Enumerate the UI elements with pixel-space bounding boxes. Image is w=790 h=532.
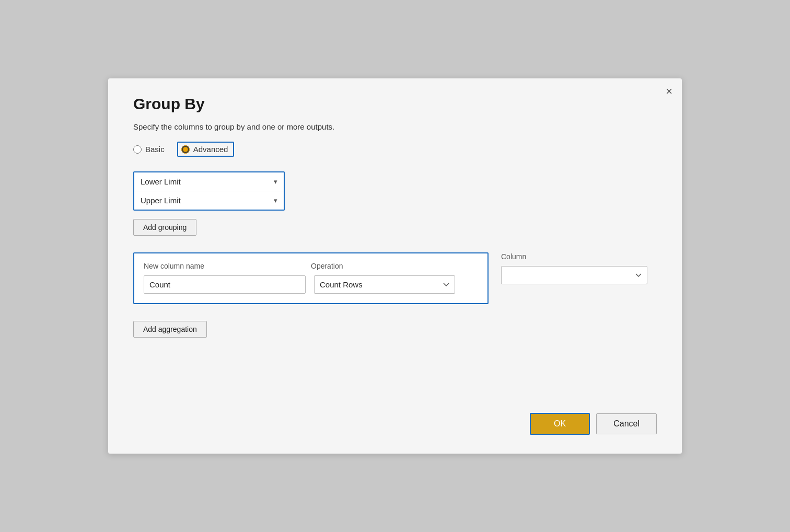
cancel-button[interactable]: Cancel [596, 413, 657, 434]
upper-limit-dropdown[interactable]: Upper Limit ▾ [134, 191, 284, 210]
column-section: Column [501, 252, 647, 284]
dialog-footer: OK Cancel [530, 413, 657, 435]
grouping-dropdowns-box: Lower Limit ▾ Upper Limit ▾ [133, 171, 285, 211]
column-select[interactable] [501, 266, 647, 284]
basic-radio[interactable] [133, 145, 142, 154]
add-grouping-button[interactable]: Add grouping [133, 219, 196, 236]
aggregation-box: New column name Operation Count Rows Sum… [133, 252, 489, 304]
aggregation-row-outer: New column name Operation Count Rows Sum… [133, 252, 657, 313]
advanced-label: Advanced [193, 145, 228, 154]
lower-limit-label: Lower Limit [141, 177, 181, 186]
dialog-description: Specify the columns to group by and one … [133, 122, 657, 131]
new-column-name-header: New column name [144, 262, 311, 270]
lower-limit-dropdown[interactable]: Lower Limit ▾ [134, 172, 284, 191]
lower-limit-arrow-icon: ▾ [274, 178, 277, 186]
close-button[interactable]: × [666, 86, 672, 97]
aggregation-headers: New column name Operation [144, 262, 478, 270]
add-aggregation-button[interactable]: Add aggregation [133, 321, 207, 338]
basic-radio-option[interactable]: Basic [133, 145, 165, 154]
operation-select[interactable]: Count Rows Sum Average Median Min Max Co… [314, 275, 455, 294]
mode-radio-group: Basic Advanced [133, 142, 657, 157]
advanced-radio[interactable] [181, 145, 190, 154]
advanced-radio-option[interactable]: Advanced [177, 142, 235, 157]
upper-limit-label: Upper Limit [141, 196, 181, 205]
column-header: Column [501, 252, 647, 261]
group-by-dialog: × Group By Specify the columns to group … [108, 78, 682, 454]
operation-header: Operation [311, 262, 447, 270]
new-column-name-input[interactable] [144, 275, 306, 294]
basic-label: Basic [145, 145, 165, 154]
ok-button[interactable]: OK [530, 413, 590, 435]
aggregation-inputs-row: Count Rows Sum Average Median Min Max Co… [144, 275, 478, 294]
upper-limit-arrow-icon: ▾ [274, 196, 277, 204]
dialog-title: Group By [133, 95, 657, 113]
